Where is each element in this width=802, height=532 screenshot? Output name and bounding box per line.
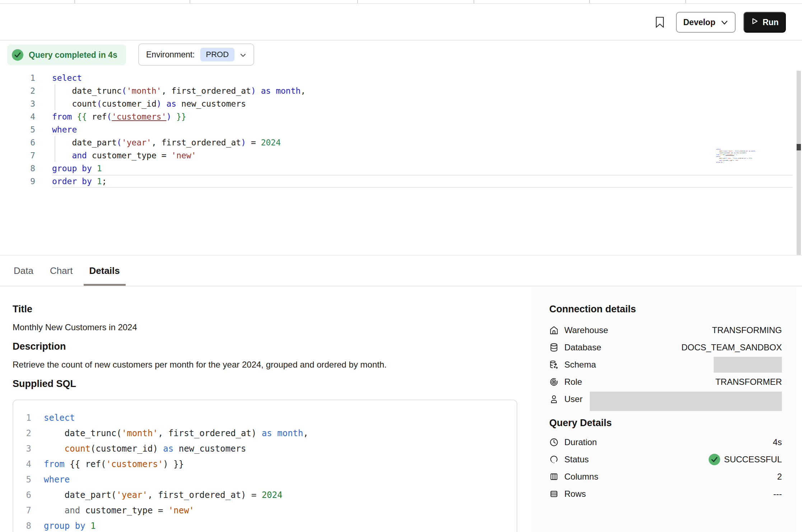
details-content: Title Monthly New Customers in 2024 Desc…: [0, 287, 802, 532]
schema-row: Schema: [549, 356, 782, 373]
role-icon: [549, 377, 559, 387]
tab-data[interactable]: Data: [14, 256, 33, 286]
tab-divider: [357, 0, 358, 3]
status-icon: [549, 455, 559, 464]
title-value: Monthly New Customers in 2024: [13, 322, 137, 332]
scrollbar-track[interactable]: [797, 71, 801, 255]
description-value: Retrieve the count of new customers per …: [13, 360, 387, 370]
code-line: 5where: [13, 472, 517, 487]
rows-label: Rows: [564, 489, 586, 499]
rows-value: ---: [773, 489, 782, 499]
code-line: 3 count(customer_id) as new_customers: [0, 97, 793, 110]
code-line: 7 and customer_type = 'new': [0, 149, 793, 162]
status-value: SUCCESSFUL: [724, 454, 782, 465]
tab-details[interactable]: Details: [89, 256, 120, 286]
role-label: Role: [564, 377, 582, 387]
run-label: Run: [763, 18, 779, 27]
columns-icon: [549, 472, 559, 481]
query-details-heading: Query Details: [549, 417, 612, 429]
run-button[interactable]: Run: [743, 12, 786, 33]
columns-value: 2: [777, 472, 782, 482]
warehouse-row: WarehouseTRANSFORMING: [549, 322, 782, 339]
develop-label: Develop: [683, 18, 715, 27]
chevron-down-icon: [721, 18, 728, 27]
tab-divider: [589, 0, 590, 3]
duration-row: Duration4s: [549, 434, 782, 451]
code-line: 5where: [0, 123, 793, 136]
user-redacted-value: [590, 392, 782, 411]
code-line: 2 date_trunc('month', first_ordered_at) …: [0, 84, 793, 97]
status-row: StatusSUCCESSFUL: [549, 451, 782, 468]
editor-minimap[interactable]: select date_trunc('month', first_ordered…: [716, 143, 756, 164]
code-line: 1select: [0, 71, 793, 84]
user-row: User: [549, 391, 782, 408]
columns-label: Columns: [564, 472, 598, 482]
chevron-down-icon: [240, 50, 246, 60]
tab-divider: [190, 0, 190, 3]
code-line: 7 and customer_type = 'new': [13, 503, 517, 518]
duration-label: Duration: [564, 437, 597, 447]
duration-value: 4s: [773, 437, 782, 447]
connection-details-rows: WarehouseTRANSFORMINGDatabaseDOCS_TEAM_S…: [549, 322, 782, 408]
database-icon: [549, 343, 559, 352]
columns-row: Columns2: [549, 468, 782, 485]
details-left-pane: Title Monthly New Customers in 2024 Desc…: [13, 287, 519, 532]
status-label: Status: [564, 454, 589, 465]
rows-row: Rows---: [549, 485, 782, 503]
schema-label: Schema: [564, 360, 596, 370]
code-line: 3 count(customer_id) as new_customers: [13, 441, 517, 457]
tab-divider: [74, 0, 75, 3]
schema-redacted-value: [714, 357, 782, 373]
connection-details-heading: Connection details: [549, 304, 636, 315]
check-circle-icon: [708, 453, 721, 466]
environment-label: Environment:: [146, 50, 195, 60]
supplied-sql-block: 1select2 date_trunc('month', first_order…: [13, 400, 517, 532]
database-value: DOCS_TEAM_SANDBOX: [681, 342, 782, 353]
title-heading: Title: [13, 304, 32, 315]
role-value: TRANSFORMER: [715, 377, 782, 387]
code-line: 4from {{ ref('customers') }}: [0, 110, 793, 123]
details-right-panel: Connection details WarehouseTRANSFORMING…: [531, 287, 796, 532]
code-line: 6 date_part('year', first_ordered_at) = …: [13, 487, 517, 503]
tab-divider: [685, 0, 686, 3]
warehouse-value: TRANSFORMING: [712, 325, 782, 335]
check-circle-icon: [11, 49, 24, 61]
app-window: Develop Run Query completed in 4s Enviro…: [0, 0, 802, 532]
code-line: 6 date_part('year', first_ordered_at) = …: [0, 136, 793, 149]
warehouse-icon: [549, 326, 559, 335]
description-heading: Description: [13, 341, 66, 352]
schema-icon: [549, 360, 559, 369]
sql-editor[interactable]: 1select2 date_trunc('month', first_order…: [0, 70, 802, 255]
database-label: Database: [564, 342, 601, 353]
play-icon: [751, 17, 759, 27]
user-icon: [549, 395, 559, 404]
scrollbar-thumb[interactable]: [797, 144, 801, 150]
status-success-badge: SUCCESSFUL: [708, 453, 782, 466]
results-tabbar: DataChartDetails: [0, 255, 802, 286]
tab-divider: [474, 0, 474, 3]
duration-icon: [549, 438, 559, 447]
code-line: 8group by 1: [0, 162, 793, 175]
rows-icon: [549, 489, 559, 499]
user-label: User: [564, 394, 583, 404]
code-line: 1select: [13, 410, 517, 426]
database-row: DatabaseDOCS_TEAM_SANDBOX: [549, 339, 782, 356]
tab-chart[interactable]: Chart: [50, 256, 73, 286]
query-status-badge: Query completed in 4s: [7, 45, 126, 65]
code-line: 4from {{ ref('customers') }}: [13, 457, 517, 472]
code-line: 8group by 1: [13, 518, 517, 532]
query-status-text: Query completed in 4s: [29, 50, 117, 60]
query-details-rows: Duration4sStatusSUCCESSFULColumns2Rows--…: [549, 434, 782, 503]
editor-code: 1select2 date_trunc('month', first_order…: [0, 71, 793, 188]
header-bar: Develop Run: [0, 4, 802, 41]
code-line: 9order by 1;: [0, 175, 793, 188]
bookmark-icon[interactable]: [655, 16, 665, 28]
supplied-sql-heading: Supplied SQL: [13, 378, 76, 389]
environment-selector[interactable]: Environment: PROD: [138, 43, 254, 66]
warehouse-label: Warehouse: [564, 325, 608, 335]
code-line: 2 date_trunc('month', first_ordered_at) …: [13, 426, 517, 441]
develop-dropdown-button[interactable]: Develop: [676, 12, 736, 33]
environment-value-pill: PROD: [200, 48, 235, 61]
role-row: RoleTRANSFORMER: [549, 373, 782, 391]
top-tab-strip: [0, 0, 802, 4]
